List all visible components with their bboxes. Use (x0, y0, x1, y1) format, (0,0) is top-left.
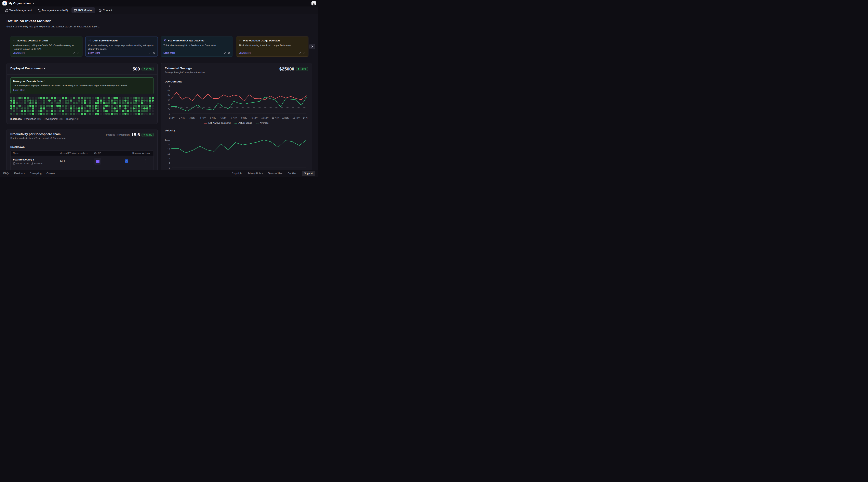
heatmap-cell (65, 105, 67, 107)
learn-more-link[interactable]: Learn More (163, 52, 176, 54)
svg-text:20: 20 (167, 143, 170, 146)
heatmap-cell (111, 108, 113, 110)
carousel-next-button[interactable] (309, 44, 315, 49)
learn-more-link[interactable]: Learn More (13, 89, 25, 91)
tab-team-management[interactable]: Team Management (2, 7, 34, 13)
table-row[interactable]: Feature Deploy 1 Azure Cloud Frankfurt (10, 156, 154, 167)
heatmap-cell (122, 102, 124, 104)
accept-icon[interactable] (223, 52, 226, 54)
kebab-icon (146, 159, 146, 162)
dismiss-icon[interactable] (303, 52, 306, 54)
footer-link-terms[interactable]: Terms of Use (268, 172, 282, 175)
heatmap-cell (16, 113, 18, 115)
heatmap-cell (130, 102, 132, 104)
row-actions-menu[interactable] (145, 158, 147, 164)
heatmap-cell (141, 113, 143, 115)
arrow-up-icon (298, 68, 300, 70)
dismiss-icon[interactable] (228, 52, 230, 54)
heatmap-cell (135, 97, 137, 99)
svg-text:4 Nov: 4 Nov (200, 117, 206, 119)
heatmap-cell (84, 110, 86, 112)
dismiss-icon[interactable] (78, 52, 80, 54)
heatmap-cell (16, 110, 18, 112)
heatmap-cell (138, 99, 140, 101)
heatmap-cell (81, 110, 83, 112)
heatmap-cell (135, 110, 137, 112)
heatmap-cell (127, 102, 129, 104)
footer-support-button[interactable]: Support (302, 171, 315, 176)
app-logo (2, 1, 7, 5)
heatmap-cell (32, 113, 34, 115)
heatmap-cell (19, 113, 21, 115)
accept-icon[interactable] (73, 52, 75, 54)
heatmap-cell (149, 105, 151, 107)
heatmap-cell (124, 108, 126, 110)
tab-label: Team Management (9, 9, 32, 12)
svg-text:$: $ (169, 85, 170, 88)
heatmap-cell (46, 108, 48, 110)
alert-body: Think about moving it to a fixed comput … (163, 44, 230, 47)
footer-link-privacy-policy[interactable]: Privacy Policy (248, 172, 263, 175)
heatmap-cell (70, 113, 72, 115)
heatmap-cell (67, 110, 69, 112)
heatmap-cell (13, 102, 15, 104)
heatmap-cell (75, 99, 78, 101)
footer-link-cookies[interactable]: Cookies (288, 172, 297, 175)
dev-compute-legend: Est. Always on spendActual usageAverage (165, 122, 308, 124)
svg-text:6 Nov: 6 Nov (220, 117, 226, 119)
footer-link-careers[interactable]: Careers (46, 172, 55, 175)
heatmap-cell (127, 108, 129, 110)
tab-roi-monitor[interactable]: ROI Monitor (71, 7, 95, 13)
footer-link-changelog[interactable]: Changelog (30, 172, 42, 175)
tab-contact[interactable]: Contact (96, 7, 115, 13)
heatmap-cell (62, 110, 64, 112)
heatmap-cell (130, 99, 132, 101)
heatmap-cell (132, 105, 135, 107)
heatmap-cell (100, 99, 102, 101)
heatmap-cell (100, 102, 102, 104)
heatmap-cell (119, 97, 121, 99)
footer-link-faqs[interactable]: FAQs (3, 172, 9, 175)
footer-link-copyright[interactable]: Copyright (232, 172, 242, 175)
heatmap-cell (146, 110, 148, 112)
heatmap-cell (43, 110, 45, 112)
left-column: Deployed Environments 500 +12% Make your… (6, 63, 158, 177)
learn-more-link[interactable]: Learn More (88, 52, 100, 54)
accept-icon[interactable] (299, 52, 301, 54)
heatmap-cell (152, 102, 154, 104)
heatmap-cell (116, 102, 118, 104)
heatmap-cell (87, 102, 89, 104)
learn-more-link[interactable]: Learn More (13, 52, 25, 54)
tab-manage-access-iam[interactable]: Manage Access (IAM) (35, 7, 70, 13)
learn-more-link[interactable]: Learn More (239, 52, 251, 54)
callout-title: Make your Devs 4x faster! (13, 80, 151, 83)
org-switcher[interactable]: My Organization (2, 1, 34, 5)
heatmap-cell (24, 110, 26, 112)
heatmap-cell (103, 97, 105, 99)
heatmap-cell (29, 113, 31, 115)
heatmap-cell (108, 97, 110, 99)
heatmap-cell (16, 108, 18, 110)
heatmap-cell (32, 102, 34, 104)
legend-instances-label: Instances (10, 118, 22, 120)
heatmap-cell (130, 105, 132, 107)
heatmap-cell (152, 110, 154, 112)
heatmap-cell (51, 110, 53, 112)
alert-title: Savings potential of 20%! (17, 39, 48, 42)
heatmap-cell (40, 99, 42, 101)
heatmap-cell (10, 113, 12, 115)
footer-link-feedback[interactable]: Feedback (14, 172, 25, 175)
user-avatar[interactable] (311, 1, 316, 5)
heatmap-cell (67, 108, 69, 110)
dismiss-icon[interactable] (153, 52, 155, 54)
heatmap-cell (92, 108, 94, 110)
heatmap-cell (111, 113, 113, 115)
deployed-environments-title: Deployed Environments (10, 66, 45, 70)
svg-text:12 Nov: 12 Nov (282, 117, 289, 119)
accept-icon[interactable] (148, 52, 151, 54)
svg-text:0: 0 (169, 113, 170, 115)
alert-card-flat-workload-1: Flat Workload Usage Detected Think about… (161, 36, 233, 57)
heatmap-cell (138, 108, 140, 110)
on-cs-checkbox[interactable] (96, 160, 99, 163)
heatmap-cell (21, 97, 23, 99)
